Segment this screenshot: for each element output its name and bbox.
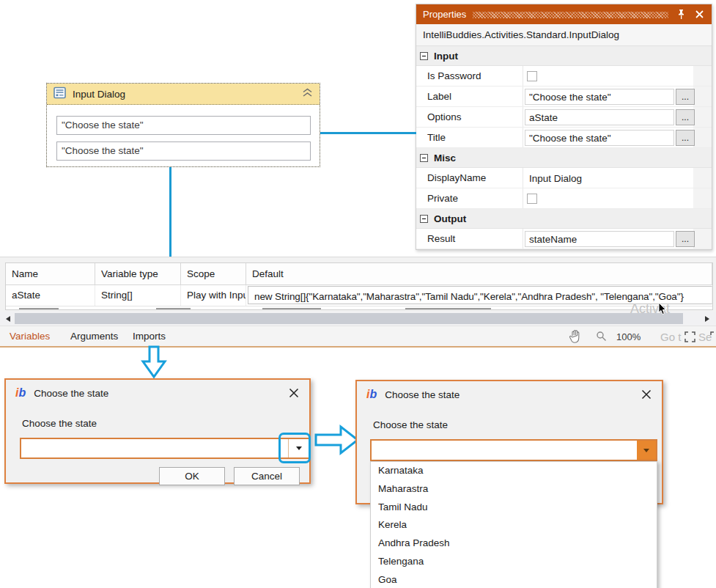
tab-arguments[interactable]: Arguments xyxy=(70,331,118,342)
dropdown-annotation-box xyxy=(278,433,311,463)
zoom-magnifier-icon[interactable] xyxy=(596,331,608,345)
section-input[interactable]: Input xyxy=(416,46,712,66)
dropdown-option[interactable]: Tamil Nadu xyxy=(371,499,657,517)
activity-title: Input Dialog xyxy=(73,89,295,100)
result-input[interactable]: stateName xyxy=(525,231,674,247)
title-label: Title xyxy=(416,128,523,147)
activity-label-field[interactable]: "Choose the state" xyxy=(56,142,311,161)
property-row-options: Options aState ... xyxy=(416,107,712,128)
close-icon[interactable] xyxy=(693,8,705,21)
dialog-prompt-label: Choose the state xyxy=(373,419,448,430)
collapse-icon[interactable] xyxy=(420,215,428,223)
section-input-label: Input xyxy=(434,51,458,62)
state-combobox[interactable] xyxy=(20,438,310,459)
property-row-is-password: Is Password xyxy=(416,66,712,87)
connector-line-horizontal xyxy=(320,132,416,134)
table-header-row: Name Variable type Scope Default xyxy=(6,263,712,285)
intellibuddies-logo: ib xyxy=(15,386,26,400)
property-row-result: Result stateName ... xyxy=(416,229,712,249)
watermark-go-text: Go t xyxy=(660,331,681,343)
dialog-titlebar[interactable]: ib Choose the state xyxy=(6,380,309,400)
fit-to-screen-icon[interactable] xyxy=(684,331,695,345)
variables-panel: Name Variable type Scope Default aState … xyxy=(0,257,716,347)
zoom-level[interactable]: 100% xyxy=(616,331,641,342)
variable-type-cell[interactable]: String[] xyxy=(95,285,181,306)
collapse-icon[interactable] xyxy=(420,52,428,60)
column-default[interactable]: Default xyxy=(246,263,712,284)
properties-panel: Properties IntelliBuddies.Activities.Sta… xyxy=(416,4,712,250)
input-dialog-icon xyxy=(53,87,66,101)
result-label: Result xyxy=(416,229,523,249)
annotation-arrow-down xyxy=(141,345,167,381)
designer-footer-bar: Variables Arguments Imports 100% Go t Se xyxy=(0,326,716,348)
properties-titlebar[interactable]: Properties xyxy=(416,4,712,24)
options-label: Options xyxy=(416,107,523,127)
variable-scope-cell[interactable]: Play with Inpu xyxy=(181,285,246,306)
dropdown-option[interactable]: Karnataka xyxy=(371,462,657,480)
activity-title-field[interactable]: "Choose the state" xyxy=(56,116,311,135)
property-row-title: Title "Choose the state" ... xyxy=(416,128,712,148)
section-misc-label: Misc xyxy=(434,152,456,163)
title-input[interactable]: "Choose the state" xyxy=(525,130,674,146)
dropdown-option[interactable]: Maharastra xyxy=(371,480,657,499)
scroll-right-icon[interactable] xyxy=(701,312,713,326)
activity-type-name: IntelliBuddies.Activities.Standard.Input… xyxy=(416,24,712,46)
collapse-chevron-icon[interactable] xyxy=(302,88,313,100)
tab-imports[interactable]: Imports xyxy=(133,331,166,342)
intellibuddies-logo: ib xyxy=(366,388,377,401)
pan-hand-icon[interactable] xyxy=(568,329,584,346)
is-password-label: Is Password xyxy=(416,66,523,86)
dropdown-option[interactable]: Telengana xyxy=(371,553,657,571)
dialog-close-icon[interactable] xyxy=(289,388,299,398)
label-browse-button[interactable]: ... xyxy=(676,89,695,105)
overview-icon[interactable] xyxy=(710,331,716,345)
column-variable-type[interactable]: Variable type xyxy=(95,263,181,284)
private-label: Private xyxy=(416,188,523,208)
result-browse-button[interactable]: ... xyxy=(676,231,695,247)
property-row-displayname: DisplayName Input Dialog xyxy=(416,168,712,188)
options-browse-button[interactable]: ... xyxy=(676,109,695,125)
titlebar-grip xyxy=(473,12,668,18)
input-dialog-activity[interactable]: Input Dialog "Choose the state" "Choose … xyxy=(46,83,320,167)
dropdown-option[interactable]: Andhra Pradesh xyxy=(371,534,657,553)
combobox-dropdown-icon[interactable] xyxy=(637,441,656,460)
state-combobox-open[interactable] xyxy=(370,439,657,461)
ok-button[interactable]: OK xyxy=(159,467,225,485)
table-row-clipped xyxy=(6,306,712,309)
table-row[interactable]: aState String[] Play with Inpu new Strin… xyxy=(6,285,712,306)
dialog-prompt-label: Choose the state xyxy=(22,418,97,429)
section-output[interactable]: Output xyxy=(416,209,712,229)
options-input[interactable]: aState xyxy=(525,109,674,125)
tab-variables[interactable]: Variables xyxy=(10,331,50,342)
variable-name-cell[interactable]: aState xyxy=(6,285,95,306)
dialog-close-icon[interactable] xyxy=(641,389,652,400)
connector-line-vertical xyxy=(169,167,171,258)
section-output-label: Output xyxy=(434,213,466,224)
variables-table: Name Variable type Scope Default aState … xyxy=(5,262,713,310)
column-scope[interactable]: Scope xyxy=(181,263,246,284)
activity-header[interactable]: Input Dialog xyxy=(47,84,320,105)
column-name[interactable]: Name xyxy=(6,263,95,284)
collapse-icon[interactable] xyxy=(420,154,428,162)
dialog-choose-state-open: ib Choose the state Choose the state Kar… xyxy=(355,380,663,504)
is-password-checkbox[interactable] xyxy=(527,71,537,81)
dialog-titlebar[interactable]: ib Choose the state xyxy=(357,381,662,401)
scrollbar-thumb[interactable] xyxy=(15,313,683,324)
title-browse-button[interactable]: ... xyxy=(676,130,695,146)
label-input[interactable]: "Choose the state" xyxy=(525,89,674,105)
mouse-cursor xyxy=(658,303,667,317)
section-misc[interactable]: Misc xyxy=(416,148,712,168)
dialog-choose-state: ib Choose the state Choose the state OK … xyxy=(4,378,311,484)
properties-title: Properties xyxy=(423,9,466,20)
displayname-label: DisplayName xyxy=(416,168,523,188)
dropdown-option[interactable]: Kerela xyxy=(371,516,657,534)
dropdown-option[interactable]: Goa xyxy=(371,571,657,588)
cancel-button[interactable]: Cancel xyxy=(234,467,300,485)
dialog-title: Choose the state xyxy=(385,389,460,400)
private-checkbox[interactable] xyxy=(527,194,537,204)
pin-icon[interactable] xyxy=(675,8,687,21)
displayname-input[interactable]: Input Dialog xyxy=(525,170,674,186)
property-row-private: Private xyxy=(416,188,712,209)
scroll-left-icon[interactable] xyxy=(1,312,14,326)
label-label: Label xyxy=(416,87,523,106)
